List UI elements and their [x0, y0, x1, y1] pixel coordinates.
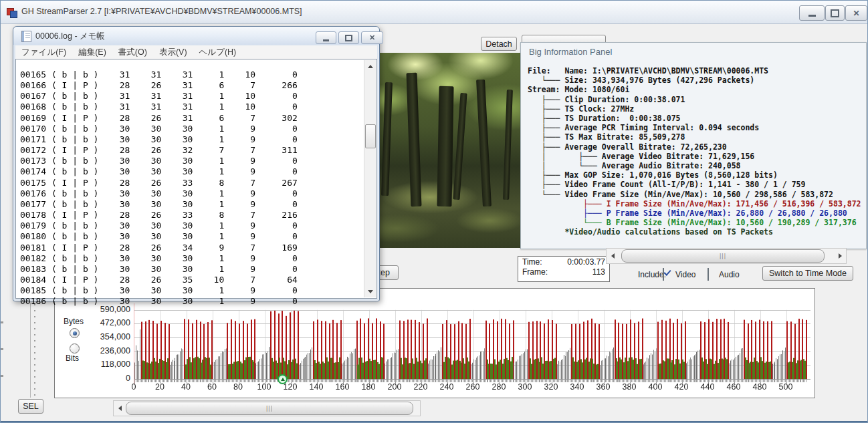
info-line: ├─── Average PCR Timing Interval: 0.094 …	[528, 123, 861, 132]
notepad-minimize-button[interactable]	[316, 31, 336, 44]
info-line: ├─── I Frame Size (Min/Ave/Max): 171,456…	[528, 199, 861, 208]
chart-scroll-track[interactable]	[124, 401, 420, 416]
info-line: ├─── Average Overall Bitrate: 72,265,230	[528, 142, 861, 152]
info-line: *Video/Audio calculations based on TS Pa…	[528, 227, 861, 237]
frame-value: 113	[592, 267, 605, 277]
audio-checkbox-label: Audio	[719, 270, 740, 279]
seek-scroll-track[interactable]	[617, 249, 835, 263]
x-tick-label: 220	[409, 382, 433, 392]
time-value: 0:00:03.77	[567, 257, 605, 267]
notepad-menu-item-4[interactable]: ヘルプ(H)	[193, 47, 243, 58]
x-tick-label: 480	[748, 382, 772, 392]
main-window-title: GH StreamParser 2.7 [I:¥PRIVATE¥AVCHD¥BD…	[21, 7, 302, 16]
x-tick-label: 40	[174, 382, 198, 392]
window-edge-marks	[1, 321, 3, 395]
x-tick-label: 360	[591, 382, 615, 392]
sel-button[interactable]: SEL	[18, 399, 43, 414]
frame-size-plot[interactable]	[134, 303, 810, 384]
big-information-panel: Big Information Panel File: Name: I:\PRI…	[520, 42, 867, 249]
seek-scrollbar[interactable]	[606, 248, 847, 264]
arrow-left-icon	[116, 406, 122, 411]
notepad-title: 00006.log - メモ帳	[35, 31, 105, 42]
detach-button[interactable]: Detach	[481, 37, 517, 51]
info-line: Stream: Mode: 1080/60i	[528, 85, 861, 94]
app-icon	[6, 7, 17, 17]
minimize-icon	[323, 39, 329, 41]
x-tick-label: 120	[278, 382, 302, 392]
x-tick-label: 500	[774, 382, 798, 392]
y-tick-label: 0	[74, 374, 130, 383]
frame-size-bars[interactable]	[134, 303, 810, 384]
seek-scroll-thumb[interactable]	[621, 249, 825, 263]
x-tick-label: 400	[643, 382, 667, 392]
y-tick-label: 118,000	[74, 360, 130, 369]
x-tick-label: 240	[435, 382, 459, 392]
x-tick-label: 260	[461, 382, 485, 392]
x-tick-label: 340	[565, 382, 589, 392]
notepad-titlebar[interactable]: 00006.log - メモ帳	[13, 27, 379, 45]
info-line: File: Name: I:\PRIVATE\AVCHD\BDMV\STREAM…	[528, 66, 861, 76]
close-icon	[853, 9, 859, 18]
x-tick-label: 440	[695, 382, 720, 392]
log-text: 00165 ( b | b ) 31 31 31 1 10 0 00166 ( …	[20, 69, 298, 307]
y-tick-label: 472,000	[74, 318, 130, 327]
scroll-up-button[interactable]	[364, 60, 376, 71]
chart-scrollbar[interactable]	[113, 400, 421, 416]
info-line: ├─── Video Frame Count (All-I/P/B): 1,14…	[528, 180, 861, 189]
x-tick-label: 60	[200, 382, 224, 392]
time-label: Time:	[522, 257, 542, 267]
notepad-menu-item-0[interactable]: ファイル(F)	[15, 47, 72, 58]
info-line: ├─── TS Duration: 0:00:38.075	[528, 114, 861, 123]
frame-label: Frame:	[522, 267, 548, 277]
info-line: ├─── TS Clock: 27MHz	[528, 104, 861, 114]
main-titlebar: GH StreamParser 2.7 [I:¥PRIVATE¥AVCHD¥BD…	[1, 1, 868, 24]
switch-to-time-mode-button[interactable]: Switch to Time Mode	[762, 266, 853, 281]
x-tick-label: 80	[226, 382, 250, 392]
x-tick-label: 200	[383, 382, 407, 392]
x-tick-label: 180	[356, 382, 381, 392]
x-tick-label: 20	[148, 382, 172, 392]
info-line: ├─── Max GOP Size: 1,070,016 Bytes (8,56…	[528, 170, 861, 180]
arrow-down-icon	[368, 290, 373, 296]
close-button[interactable]	[845, 5, 867, 21]
vertical-slider-ticks	[34, 304, 35, 396]
vertical-zoom-slider[interactable]	[30, 303, 31, 398]
audio-checkbox[interactable]	[708, 268, 709, 281]
chart-scroll-thumb[interactable]	[126, 402, 413, 415]
x-tick-label: 380	[617, 382, 641, 392]
seek-scroll-right-button[interactable]	[835, 249, 846, 263]
minimize-button[interactable]	[799, 5, 825, 21]
notepad-menu-item-3[interactable]: 表示(V)	[153, 47, 193, 58]
x-tick-label: 100	[252, 382, 276, 392]
restore-button[interactable]	[825, 5, 845, 21]
include-label: Include:	[638, 270, 666, 279]
info-line: └─── B Frame Size (Min/Ave/Max): 10,560 …	[528, 218, 861, 227]
info-line: ├─── TS Max Bitrate: 85,509,278	[528, 132, 861, 142]
seek-scroll-left-button[interactable]	[607, 249, 617, 263]
x-tick-label: 460	[722, 382, 746, 392]
notepad-menu-item-2[interactable]: 書式(O)	[112, 47, 153, 58]
x-tick-label: 160	[330, 382, 354, 392]
notepad-window: 00006.log - メモ帳 ファイル(F)編集(E)書式(O)表示(V)ヘル…	[13, 26, 380, 301]
notepad-restore-button[interactable]	[338, 31, 359, 44]
notepad-icon	[21, 31, 31, 42]
chart-scroll-left-button[interactable]	[114, 401, 124, 416]
notepad-scroll-thumb[interactable]	[365, 124, 376, 148]
arrow-up-icon	[368, 62, 373, 68]
video-checkbox[interactable]	[663, 268, 664, 281]
info-line: └─── Size: 343,934,976 Bytes (427,296 Pa…	[528, 76, 861, 85]
info-line: ├─── P Frame Size (Min/Ave/Max): 26,880 …	[528, 208, 861, 218]
close-icon	[369, 33, 375, 42]
notepad-close-button[interactable]	[361, 31, 383, 44]
arrow-right-icon	[839, 253, 845, 259]
notepad-text-area[interactable]: 00165 ( b | b ) 31 31 31 1 10 0 00166 ( …	[15, 59, 377, 299]
time-frame-box: Time:0:00:03.77 Frame:113	[518, 256, 610, 282]
info-panel-lines: File: Name: I:\PRIVATE\AVCHD\BDMV\STREAM…	[528, 66, 861, 237]
info-panel-title: Big Information Panel	[529, 47, 612, 57]
notepad-vertical-scrollbar[interactable]	[364, 60, 376, 297]
video-preview-image	[374, 53, 522, 248]
scroll-down-button[interactable]	[364, 287, 376, 297]
restore-icon	[345, 35, 352, 41]
main-window: GH StreamParser 2.7 [I:¥PRIVATE¥AVCHD¥BD…	[0, 0, 868, 423]
notepad-menu-item-1[interactable]: 編集(E)	[72, 47, 112, 58]
